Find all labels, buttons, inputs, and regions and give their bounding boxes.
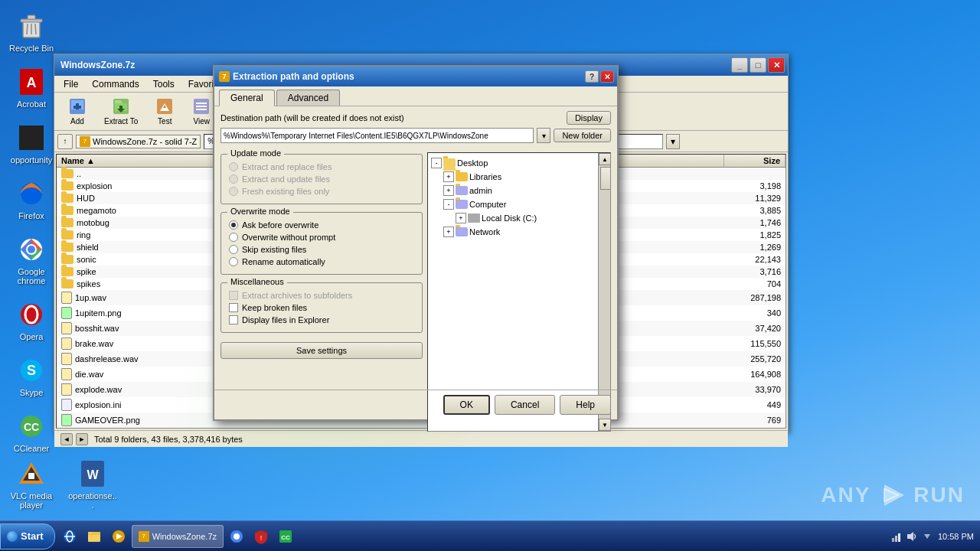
tree-expander-libraries[interactable]: +	[443, 171, 454, 182]
cancel-button[interactable]: Cancel	[495, 395, 555, 415]
radio-ask-before-label: Ask before overwrite	[242, 220, 318, 230]
svg-point-12	[28, 246, 35, 253]
radio-extract-replace[interactable]: Extract and replace files	[229, 161, 414, 173]
recycle-bin-image	[16, 11, 47, 41]
tree-item-computer[interactable]: - Computer	[443, 197, 607, 211]
firefox-icon[interactable]: Firefox	[4, 175, 59, 223]
path-dropdown-arrow[interactable]: ▾	[537, 128, 550, 143]
tray-network-icon	[890, 530, 903, 543]
prev-nav[interactable]: ◄	[60, 433, 73, 445]
menu-commands[interactable]: Commands	[86, 77, 145, 91]
check-keep-broken-label: Keep broken files	[242, 303, 307, 312]
tree-folder-desktop	[443, 158, 456, 168]
tab-general[interactable]: General	[219, 90, 275, 106]
toolbar-test[interactable]: Test	[148, 94, 181, 129]
file-icon	[61, 307, 72, 319]
tab-advanced[interactable]: Advanced	[276, 90, 340, 106]
taskbar-ccleaner[interactable]: CC	[274, 525, 297, 548]
tree-label-libraries: Libraries	[469, 172, 501, 181]
recycle-bin-icon[interactable]: Recycle Bin	[4, 8, 59, 56]
tree-expander-admin[interactable]: +	[443, 185, 454, 196]
tree-label-localdisk: Local Disk (C:)	[482, 214, 537, 223]
svg-rect-1	[21, 19, 42, 22]
misc-keep-broken[interactable]: Keep broken files	[229, 302, 414, 314]
tree-expander-computer[interactable]: -	[443, 199, 454, 210]
opera-icon[interactable]: Opera	[4, 296, 59, 344]
tray-volume-icon	[906, 530, 918, 543]
taskbar-sevenzip[interactable]: 7 WindowsZone.7z	[132, 525, 224, 548]
tree-expander-localdisk[interactable]: +	[456, 213, 466, 223]
radio-overwrite-no-prompt-dot	[229, 233, 238, 242]
path-dropdown[interactable]: ▾	[666, 134, 680, 149]
dialog-help-button[interactable]: ?	[585, 70, 599, 83]
new-folder-button[interactable]: New folder	[554, 129, 611, 142]
acrobat-icon[interactable]: A Acrobat	[4, 64, 59, 112]
opportunity-icon[interactable]: opportunity	[4, 119, 59, 168]
vlc-icon[interactable]: VLC media player	[4, 455, 59, 513]
ok-button[interactable]: OK	[443, 395, 490, 415]
tree-item-admin[interactable]: + admin	[443, 184, 607, 197]
taskbar-media[interactable]	[107, 525, 130, 548]
radio-ask-before[interactable]: Ask before overwrite	[229, 219, 414, 231]
next-nav[interactable]: ►	[76, 433, 88, 445]
taskbar-antivirus[interactable]: !	[250, 525, 273, 548]
tree-expander-network[interactable]: +	[443, 227, 454, 237]
folder-icon	[61, 181, 74, 191]
ccleaner-image: CC	[16, 411, 47, 442]
ccleaner-icon[interactable]: CC CCleaner	[4, 408, 59, 456]
dest-path-input[interactable]	[220, 128, 534, 143]
close-button[interactable]: ✕	[768, 57, 785, 73]
svg-marker-50	[924, 534, 930, 539]
back-button[interactable]: ↑	[57, 134, 73, 149]
chrome-icon[interactable]: Google chrome	[4, 231, 59, 289]
check-keep-broken	[229, 303, 238, 312]
minimize-button[interactable]: _	[731, 57, 748, 73]
radio-skip-existing[interactable]: Skip existing files	[229, 243, 414, 256]
skype-icon[interactable]: S Skype	[4, 352, 59, 400]
scroll-down[interactable]: ▼	[599, 419, 611, 431]
radio-rename-auto[interactable]: Rename automatically	[229, 256, 414, 268]
scroll-up[interactable]: ▲	[599, 153, 611, 165]
save-settings-button[interactable]: Save settings	[220, 342, 423, 359]
menu-file[interactable]: File	[57, 77, 84, 91]
menu-tools[interactable]: Tools	[147, 77, 181, 91]
word-icon[interactable]: W operationse...	[65, 455, 120, 513]
radio-fresh-existing[interactable]: Fresh existing files only	[229, 185, 414, 197]
tree-item-libraries[interactable]: + Libraries	[443, 170, 607, 184]
file-icon	[61, 322, 72, 334]
dialog-close-button[interactable]: ✕	[600, 70, 614, 83]
taskbar-explorer[interactable]	[83, 525, 106, 548]
help-button[interactable]: Help	[560, 395, 611, 415]
tree-expander-desktop[interactable]: -	[431, 158, 442, 168]
file-size-cell: 115,550	[724, 338, 786, 349]
file-size-cell: 3,198	[724, 181, 786, 191]
taskbar-chrome[interactable]	[225, 525, 248, 548]
toolbar-extract[interactable]: Extract To	[97, 94, 145, 129]
svg-point-42	[234, 533, 240, 540]
misc-display-explorer[interactable]: Display files in Explorer	[229, 314, 414, 326]
start-button[interactable]: Start	[0, 523, 55, 549]
toolbar-add[interactable]: Add	[60, 94, 94, 129]
taskbar-items: 7 WindowsZone.7z !	[55, 525, 884, 548]
tree-item-localdisk[interactable]: + Local Disk (C:)	[456, 211, 607, 225]
file-icon	[61, 414, 72, 426]
svg-rect-32	[196, 103, 207, 104]
radio-extract-update[interactable]: Extract and update files	[229, 173, 414, 185]
file-size-cell: 340	[724, 308, 786, 318]
scroll-thumb[interactable]	[600, 167, 611, 190]
size-column-header[interactable]: Size	[724, 155, 786, 167]
svg-line-3	[27, 24, 28, 34]
tree-children-computer: + Local Disk (C:)	[456, 211, 607, 225]
taskbar-ie[interactable]	[58, 525, 81, 548]
misc-extract-subfolders[interactable]: Extract archives to subfolders	[229, 289, 414, 302]
radio-rename-auto-label: Rename automatically	[242, 257, 325, 266]
folder-icon	[61, 169, 74, 178]
display-button[interactable]: Display	[567, 111, 611, 125]
acrobat-image: A	[16, 67, 47, 97]
tree-item-desktop[interactable]: - Desktop	[431, 156, 607, 170]
maximize-button[interactable]: □	[750, 57, 766, 73]
tree-item-network[interactable]: + Network	[443, 225, 607, 239]
opportunity-label: opportunity	[11, 155, 52, 165]
radio-overwrite-no-prompt[interactable]: Overwrite without prompt	[229, 231, 414, 243]
extract-dialog: 7 Extraction path and options ? ✕ Genera…	[213, 65, 619, 421]
